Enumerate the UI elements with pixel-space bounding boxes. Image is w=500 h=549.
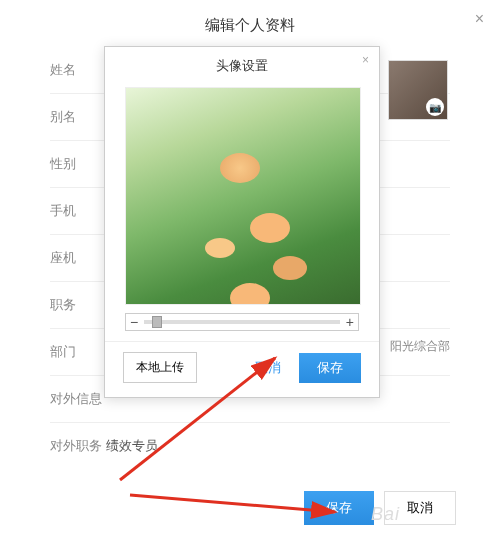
row-external-position: 对外职务绩效专员: [50, 423, 450, 469]
dialog-header: 头像设置 ×: [105, 47, 379, 81]
zoom-in-icon[interactable]: +: [346, 315, 354, 329]
slider-track[interactable]: [144, 320, 340, 324]
zoom-slider: − +: [125, 313, 359, 331]
dialog-cancel-button[interactable]: 取消: [245, 353, 291, 383]
avatar-dialog: 头像设置 × − + 本地上传 取消 保存: [104, 46, 380, 398]
page-header: 编辑个人资料 ×: [0, 0, 500, 47]
camera-icon[interactable]: 📷: [426, 98, 444, 116]
dialog-close-icon[interactable]: ×: [362, 53, 369, 67]
save-button[interactable]: 保存: [304, 491, 374, 525]
slider-thumb[interactable]: [152, 316, 162, 328]
dialog-save-button[interactable]: 保存: [299, 353, 361, 383]
department-value: 阳光综合部: [390, 338, 450, 355]
avatar-preview[interactable]: 📷: [388, 60, 448, 120]
crop-preview[interactable]: [125, 87, 361, 305]
zoom-out-icon[interactable]: −: [130, 315, 138, 329]
upload-button[interactable]: 本地上传: [123, 352, 197, 383]
watermark: Bai: [371, 504, 400, 525]
page-title: 编辑个人资料: [205, 16, 295, 33]
dialog-title: 头像设置: [216, 58, 268, 73]
close-icon[interactable]: ×: [475, 10, 484, 28]
